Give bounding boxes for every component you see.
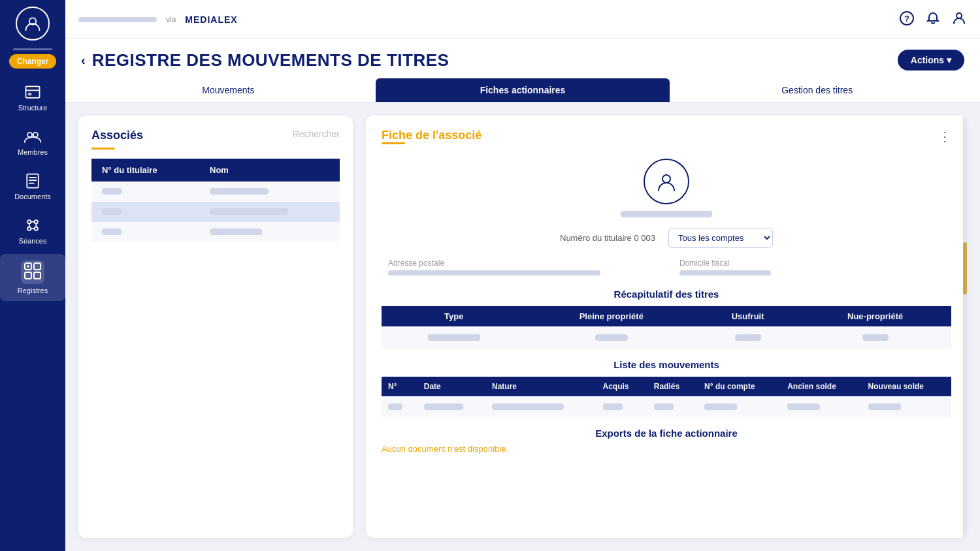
left-panel: Associés Rechercher N° du titulaire Nom <box>78 116 353 538</box>
search-placeholder[interactable]: Rechercher <box>293 129 340 139</box>
sidebar: Changer Structure Membres Documents <box>0 0 65 551</box>
content-area: Associés Rechercher N° du titulaire Nom <box>65 102 980 551</box>
table-row[interactable] <box>91 181 340 202</box>
sidebar-item-seances-label: Séances <box>19 237 47 245</box>
tab-fiches[interactable]: Fiches actionnaires <box>376 78 670 102</box>
table-row[interactable] <box>91 222 340 242</box>
sidebar-item-membres-label: Membres <box>18 148 48 156</box>
mouv-n-skeleton <box>388 403 402 410</box>
help-icon[interactable]: ? <box>899 10 915 29</box>
svg-point-6 <box>27 220 31 223</box>
topbar-left: via MEDIALEX <box>78 14 899 25</box>
main-content: via MEDIALEX ? <box>65 0 980 551</box>
avatar-name-skeleton <box>621 211 712 217</box>
adresse-col: Adresse postale <box>388 259 653 276</box>
skeleton-num <box>102 228 122 235</box>
mouv-col-radies: Radiés <box>647 377 698 396</box>
skeleton-num <box>102 188 122 195</box>
fiche-underline <box>382 142 405 144</box>
mouv-nouveau-skeleton <box>868 403 901 410</box>
recap-col-nue: Nue-propriété <box>799 306 951 326</box>
recap-pp-skeleton <box>595 334 628 341</box>
sidebar-item-registres[interactable]: Registres <box>0 254 65 301</box>
sidebar-divider <box>13 48 52 50</box>
domicile-col: Domicile fiscal <box>679 259 945 276</box>
back-button[interactable]: ‹ <box>81 53 86 68</box>
no-doc-text: Aucun document n'est disponible. <box>382 444 951 454</box>
mouv-nature-skeleton <box>492 403 564 410</box>
mouv-ancien-skeleton <box>787 403 820 410</box>
more-options-button[interactable]: ⋮ <box>938 129 951 144</box>
associes-table: N° du titulaire Nom <box>91 159 340 242</box>
right-scrollbar[interactable] <box>963 116 967 538</box>
sidebar-item-structure-label: Structure <box>18 104 48 112</box>
sidebar-item-documents-label: Documents <box>14 193 51 200</box>
avatar-section <box>382 159 951 217</box>
mouv-col-date: Date <box>417 377 485 396</box>
svg-rect-1 <box>26 86 40 98</box>
assoc-table-header: N° du titulaire Nom <box>91 159 340 181</box>
recap-col-usufruit: Usufruit <box>696 306 799 326</box>
right-panel-header: Fiche de l'associé ⋮ <box>382 129 951 151</box>
recap-title: Récapitulatif des titres <box>382 289 951 300</box>
associes-underline <box>91 148 115 150</box>
compte-select[interactable]: Tous les comptes <box>668 228 773 248</box>
skeleton-nom <box>210 208 288 215</box>
recap-type-skeleton <box>428 334 480 341</box>
user-icon[interactable] <box>951 10 967 29</box>
mouv-col-acquis: Acquis <box>596 377 647 396</box>
svg-rect-16 <box>25 272 31 279</box>
svg-point-22 <box>956 13 962 18</box>
tabs-bar: Mouvements Fiches actionnaires Gestion d… <box>65 71 980 102</box>
registres-icon-box <box>21 260 44 284</box>
domicile-skeleton <box>679 270 771 276</box>
page-header: ‹ REGISTRE DES MOUVEMENTS DE TITRES Acti… <box>65 39 980 71</box>
sidebar-item-membres[interactable]: Membres <box>0 121 65 163</box>
sidebar-item-registres-label: Registres <box>18 287 48 294</box>
adresse-label: Adresse postale <box>388 259 653 268</box>
page-title: REGISTRE DES MOUVEMENTS DE TITRES <box>92 50 449 71</box>
mouv-acquis-skeleton <box>603 403 623 410</box>
associes-title: Associés <box>91 129 143 142</box>
mouv-radies-skeleton <box>654 403 674 410</box>
actions-button[interactable]: Actions ▾ <box>898 50 964 71</box>
recap-usufruit-skeleton <box>735 334 761 341</box>
topbar: via MEDIALEX ? <box>65 0 980 39</box>
mouv-col-nouveau: Nouveau solde <box>862 377 951 396</box>
address-row: Adresse postale Domicile fiscal <box>382 259 951 276</box>
skeleton-nom <box>210 188 269 195</box>
recap-col-pp: Pleine propriété <box>527 306 696 326</box>
recap-col-type: Type <box>382 306 527 326</box>
svg-point-7 <box>35 220 38 223</box>
topbar-icons: ? <box>899 10 967 29</box>
sidebar-item-seances[interactable]: Séances <box>0 210 65 251</box>
svg-point-23 <box>662 175 670 183</box>
changer-button[interactable]: Changer <box>9 54 57 69</box>
svg-point-3 <box>27 133 32 137</box>
via-text: via <box>166 15 176 24</box>
sidebar-item-structure[interactable]: Structure <box>0 76 65 118</box>
mouv-col-n: N° <box>382 377 417 396</box>
avatar[interactable] <box>16 7 50 40</box>
numero-label: Numéro du titulaire 0 003 <box>560 233 655 243</box>
tab-gestion[interactable]: Gestion des titres <box>670 78 964 102</box>
mouv-date-skeleton <box>424 403 463 410</box>
mouv-row <box>382 396 951 417</box>
sidebar-item-documents[interactable]: Documents <box>0 165 65 207</box>
svg-point-4 <box>33 133 38 137</box>
domicile-label: Domicile fiscal <box>679 259 945 268</box>
page-title-area: ‹ REGISTRE DES MOUVEMENTS DE TITRES <box>81 50 449 71</box>
recap-nue-skeleton <box>862 334 889 341</box>
right-panel: Fiche de l'associé ⋮ Numéro du titulaire… <box>366 116 967 538</box>
skeleton-num <box>102 208 122 215</box>
recap-row <box>382 326 951 349</box>
mouv-compte-skeleton <box>704 403 737 410</box>
bell-icon[interactable] <box>925 10 941 29</box>
col-nom: Nom <box>199 159 340 181</box>
associe-avatar <box>644 159 689 204</box>
table-row[interactable] <box>91 202 340 222</box>
tab-mouvements[interactable]: Mouvements <box>81 78 376 102</box>
svg-rect-15 <box>34 263 41 270</box>
fields-row: Numéro du titulaire 0 003 Tous les compt… <box>382 228 951 248</box>
mouvements-table: N° Date Nature Acquis Radiés N° du compt… <box>382 377 951 417</box>
